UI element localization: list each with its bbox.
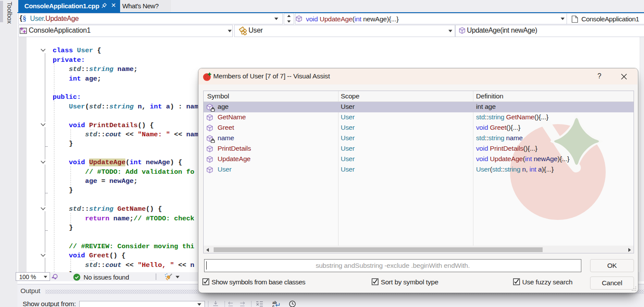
- svg-text:c: c: [272, 304, 275, 307]
